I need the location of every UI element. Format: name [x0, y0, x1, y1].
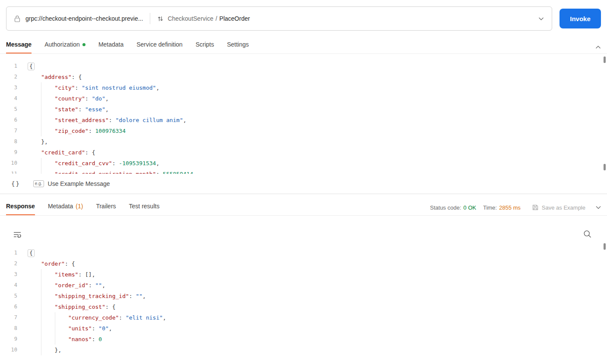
code-token: , — [105, 95, 109, 102]
wrap-lines-icon[interactable] — [13, 231, 22, 238]
url-text[interactable]: grpc://checkout-endpoint--checkout.previ… — [25, 15, 143, 22]
service-name: CheckoutService — [168, 15, 213, 22]
code-line: 4"order_id": "", — [0, 280, 607, 291]
code-line: 11"credit_card_expiration_month": 555859… — [0, 169, 607, 174]
indent-guide — [41, 334, 54, 345]
code-line: 7"zip_code": 100976334 — [0, 126, 607, 136]
search-icon[interactable] — [583, 230, 591, 238]
code-token: }, — [41, 138, 48, 145]
tab-authorization[interactable]: Authorization — [44, 38, 85, 53]
response-tabs: Response Metadata (1) Trailers Test resu… — [0, 199, 607, 216]
code-token: "credit_card_expiration_month" — [55, 171, 156, 174]
code-token: , — [156, 85, 159, 91]
indent-guide — [41, 345, 54, 355]
tab-test-results[interactable]: Test results — [129, 199, 160, 215]
line-number: 10 — [0, 345, 17, 355]
tab-service-definition[interactable]: Service definition — [136, 38, 183, 53]
response-editor[interactable]: 1{2"order": {3"items": [],4"order_id": "… — [0, 241, 607, 364]
code-token: "items" — [55, 271, 79, 278]
response-toolbar — [0, 216, 607, 241]
method-dropdown-chevron-icon[interactable] — [538, 17, 544, 21]
line-number: 3 — [0, 269, 17, 280]
indent-guide — [28, 334, 41, 345]
indent-guide — [55, 323, 68, 334]
code-token: 0 — [98, 336, 102, 342]
code-line: 6"street_address": "dolore cillum anim", — [0, 115, 607, 126]
line-number: 9 — [0, 334, 17, 345]
tab-trailers-label: Trailers — [96, 203, 116, 210]
code-line: 8}, — [0, 136, 607, 147]
response-meta: Status code: 0 OK Time: 2855 ms Save as … — [430, 204, 601, 215]
code-token: "units" — [68, 325, 92, 332]
use-example-message-button[interactable]: e.g. Use Example Message — [33, 180, 110, 187]
tab-settings[interactable]: Settings — [227, 38, 249, 53]
collapse-request-chevron-icon[interactable] — [595, 45, 601, 49]
code-token: , — [193, 171, 197, 174]
code-token: : { — [105, 304, 115, 310]
indent-guide — [28, 169, 41, 174]
response-options-chevron-icon[interactable] — [596, 206, 601, 209]
code-line: 9"nanos": 0 — [0, 334, 607, 345]
tab-scripts[interactable]: Scripts — [196, 38, 214, 53]
tab-response[interactable]: Response — [6, 199, 35, 215]
line-number: 9 — [0, 147, 17, 158]
code-token: , — [163, 314, 166, 321]
code-line: 5"state": "esse", — [0, 104, 607, 115]
tab-test-results-label: Test results — [129, 203, 160, 210]
code-token: "address" — [41, 74, 71, 80]
tab-metadata[interactable]: Metadata — [98, 38, 123, 53]
indent-guide — [28, 72, 41, 82]
scrollbar-thumb[interactable] — [604, 164, 606, 170]
tab-response-metadata[interactable]: Metadata (1) — [48, 199, 83, 215]
code-token: , — [156, 160, 159, 166]
tab-trailers[interactable]: Trailers — [96, 199, 116, 215]
message-footer: {} e.g. Use Example Message — [0, 174, 607, 194]
status-code-label: Status code: — [430, 204, 461, 211]
indent-guide — [28, 115, 41, 126]
save-as-example-label: Save as Example — [542, 204, 585, 211]
url-separator — [150, 13, 150, 24]
line-number: 3 — [0, 82, 17, 93]
code-token: "esse" — [85, 106, 105, 113]
scrollbar-thumb[interactable] — [604, 243, 606, 250]
code-token: , — [183, 117, 187, 123]
indent-guide — [55, 312, 68, 323]
time-label: Time: — [483, 204, 497, 211]
tab-message-label: Message — [6, 41, 32, 48]
indent-guide — [41, 280, 54, 291]
tab-service-definition-label: Service definition — [136, 41, 183, 48]
code-token: : — [156, 171, 163, 174]
indent-guide — [28, 136, 41, 147]
code-line: 10}, — [0, 345, 607, 355]
tab-metadata-label: Metadata — [98, 41, 123, 48]
code-token: : — [112, 160, 119, 166]
code-token: "shipping_tracking_id" — [55, 293, 129, 299]
code-token: "shipping_cost" — [55, 304, 105, 310]
indent-guide — [41, 169, 54, 174]
indent-guide — [28, 280, 41, 291]
line-number: 10 — [0, 158, 17, 169]
url-field[interactable]: grpc://checkout-endpoint--checkout.previ… — [6, 6, 552, 31]
message-editor[interactable]: 1{2"address": {3"city": "sint nostrud ei… — [0, 54, 607, 174]
invoke-button[interactable]: Invoke — [560, 9, 601, 28]
code-line: 4"country": "do", — [0, 93, 607, 104]
code-token: , — [102, 282, 105, 289]
indent-guide — [28, 82, 41, 93]
indent-guide — [28, 345, 41, 355]
line-number: 5 — [0, 104, 17, 115]
code-token: "order" — [41, 260, 65, 267]
code-token: : — [89, 128, 95, 134]
tab-message[interactable]: Message — [6, 38, 32, 53]
code-token: "city" — [55, 85, 75, 91]
code-token: : — [75, 85, 82, 91]
code-token: 100976334 — [95, 128, 126, 134]
indent-guide — [28, 269, 41, 280]
code-token: "street_address" — [55, 117, 109, 123]
indent-guide — [41, 301, 54, 312]
save-as-example-button[interactable]: Save as Example — [532, 204, 585, 211]
code-token: { — [28, 63, 35, 70]
line-number: 4 — [0, 280, 17, 291]
scrollbar-thumb[interactable] — [604, 56, 606, 63]
beautify-braces-icon[interactable]: {} — [11, 180, 20, 187]
code-token: 555859414 — [163, 171, 193, 174]
